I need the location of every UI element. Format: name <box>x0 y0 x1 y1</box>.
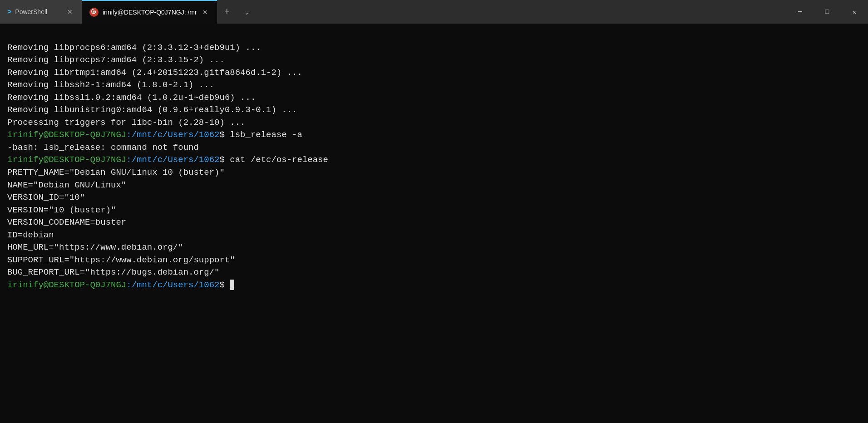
terminal-content[interactable]: Removing libprocps6:amd64 (2:3.3.12-3+de… <box>0 24 868 423</box>
tab-debian-label: irinify@DESKTOP-Q0J7NGJ: /mr <box>103 9 197 16</box>
titlebar: > PowerShell ✕ irinify@DESKTOP-Q0J7NGJ: … <box>0 0 868 24</box>
output-text: SUPPORT_URL="https://www.debian.org/supp… <box>7 255 235 265</box>
terminal-line: PRETTY_NAME="Debian GNU/Linux 10 (buster… <box>7 167 861 179</box>
output-text: HOME_URL="https://www.debian.org/" <box>7 242 183 252</box>
output-text: Removing libssh2-1:amd64 (1.8.0-2.1) ... <box>7 80 214 90</box>
output-text: ID=debian <box>7 230 54 240</box>
window-controls: ─ □ ✕ <box>786 0 868 24</box>
add-tab-button[interactable]: + <box>217 0 237 24</box>
tab-powershell[interactable]: > PowerShell ✕ <box>0 0 82 24</box>
powershell-icon: > <box>7 8 11 16</box>
output-text: Removing libssl1.0.2:amd64 (1.0.2u-1~deb… <box>7 93 256 103</box>
cursor-blink <box>230 280 234 290</box>
prompt-path: :/mnt/c/Users/1062 <box>126 280 219 290</box>
terminal-line: ID=debian <box>7 229 861 242</box>
prompt-user: irinify@DESKTOP-Q0J7NGJ <box>7 280 126 290</box>
terminal-line: irinify@DESKTOP-Q0J7NGJ:/mnt/c/Users/106… <box>7 279 861 292</box>
close-button[interactable]: ✕ <box>841 0 868 24</box>
tab-powershell-label: PowerShell <box>15 8 47 15</box>
output-text: VERSION_CODENAME=buster <box>7 217 126 227</box>
tab-dropdown-button[interactable]: ⌄ <box>237 0 257 24</box>
terminal-line: irinify@DESKTOP-Q0J7NGJ:/mnt/c/Users/106… <box>7 154 861 167</box>
output-text: Removing libprocps7:amd64 (2:3.3.15-2) .… <box>7 55 225 65</box>
terminal-line: Removing libssl1.0.2:amd64 (1.0.2u-1~deb… <box>7 92 861 104</box>
terminal-line: VERSION="10 (buster)" <box>7 204 861 217</box>
terminal-line: Removing libprocps7:amd64 (2:3.3.15-2) .… <box>7 54 861 67</box>
cmd-text: $ lsb_release -a <box>219 130 302 140</box>
tab-debian[interactable]: irinify@DESKTOP-Q0J7NGJ: /mr ✕ <box>82 0 217 24</box>
terminal-line: irinify@DESKTOP-Q0J7NGJ:/mnt/c/Users/106… <box>7 129 861 142</box>
terminal-line: Removing libprocps6:amd64 (2:3.3.12-3+de… <box>7 42 861 54</box>
prompt-user: irinify@DESKTOP-Q0J7NGJ <box>7 155 126 165</box>
output-text: PRETTY_NAME="Debian GNU/Linux 10 (buster… <box>7 167 225 177</box>
output-text: Removing libunistring0:amd64 (0.9.6+real… <box>7 105 297 115</box>
terminal-line: BUG_REPORT_URL="https://bugs.debian.org/… <box>7 266 861 279</box>
terminal-line: VERSION_ID="10" <box>7 192 861 204</box>
output-text: Processing triggers for libc-bin (2.28-1… <box>7 118 246 128</box>
maximize-button[interactable]: □ <box>814 0 841 24</box>
debian-icon <box>89 7 99 17</box>
cmd-text: $ cat /etc/os-release <box>219 155 328 165</box>
terminal-line: HOME_URL="https://www.debian.org/" <box>7 241 861 254</box>
output-text: VERSION="10 (buster)" <box>7 205 116 215</box>
terminal-line: Processing triggers for libc-bin (2.28-1… <box>7 117 861 129</box>
output-text: Removing librtmp1:amd64 (2.4+20151223.gi… <box>7 68 302 78</box>
tab-debian-close[interactable]: ✕ <box>201 8 210 17</box>
output-text: Removing libprocps6:amd64 (2:3.3.12-3+de… <box>7 43 261 53</box>
terminal-line: VERSION_CODENAME=buster <box>7 216 861 229</box>
cmd-text: $ <box>219 280 230 290</box>
terminal-line: SUPPORT_URL="https://www.debian.org/supp… <box>7 254 861 267</box>
prompt-path: :/mnt/c/Users/1062 <box>126 155 219 165</box>
terminal-line: Removing libssh2-1:amd64 (1.8.0-2.1) ... <box>7 79 861 92</box>
terminal-line: Removing librtmp1:amd64 (2.4+20151223.gi… <box>7 67 861 79</box>
minimize-button[interactable]: ─ <box>786 0 814 24</box>
terminal-line: -bash: lsb_release: command not found <box>7 142 861 154</box>
tab-powershell-close[interactable]: ✕ <box>65 7 74 16</box>
output-text: NAME="Debian GNU/Linux" <box>7 180 126 190</box>
terminal-line: NAME="Debian GNU/Linux" <box>7 179 861 192</box>
output-text: -bash: lsb_release: command not found <box>7 143 199 152</box>
prompt-user: irinify@DESKTOP-Q0J7NGJ <box>7 130 126 140</box>
output-text: BUG_REPORT_URL="https://bugs.debian.org/… <box>7 267 219 277</box>
output-text: VERSION_ID="10" <box>7 192 85 202</box>
terminal-line: Removing libunistring0:amd64 (0.9.6+real… <box>7 104 861 117</box>
prompt-path: :/mnt/c/Users/1062 <box>126 130 219 140</box>
